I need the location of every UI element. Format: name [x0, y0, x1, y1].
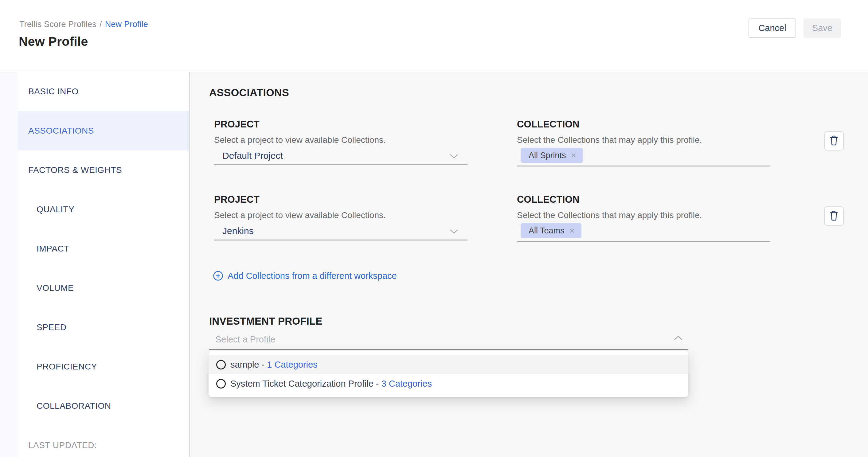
delete-row-button[interactable] [824, 206, 844, 226]
collection-chip-label: All Sprints [529, 151, 566, 160]
sidebar-item-factors-weights[interactable]: FACTORS & WEIGHTS [18, 151, 189, 190]
chip-remove-icon[interactable]: × [571, 151, 577, 160]
project-label: PROJECT [214, 194, 259, 205]
collection-select-underline [517, 165, 770, 166]
profile-options-dropdown: sample - 1 Categories System Ticket Cate… [209, 351, 688, 397]
chevron-up-icon[interactable] [674, 335, 683, 342]
collection-select-underline [517, 241, 770, 242]
profile-option-categories-link[interactable]: 3 Categories [381, 379, 432, 389]
project-select[interactable]: Jenkins [222, 226, 254, 236]
page-header: Trellis Score Profiles/New Profile New P… [0, 0, 868, 71]
breadcrumb-root[interactable]: Trellis Score Profiles [19, 20, 96, 29]
profile-option-categories-link[interactable]: 1 Categories [267, 360, 317, 370]
chip-remove-icon[interactable]: × [569, 226, 575, 235]
sidebar-item-associations[interactable]: ASSOCIATIONS [18, 111, 189, 151]
chevron-down-icon[interactable] [450, 154, 459, 160]
collection-description: Select the Collections that may apply th… [517, 210, 702, 220]
project-description: Select a project to view available Colle… [214, 135, 386, 145]
project-description: Select a project to view available Colle… [214, 210, 386, 220]
breadcrumb: Trellis Score Profiles/New Profile [19, 20, 148, 29]
plus-circle-icon [213, 271, 223, 281]
sidebar-item-basic-info[interactable]: BASIC INFO [18, 72, 189, 111]
profile-option-sample[interactable]: sample - 1 Categories [209, 355, 688, 374]
delete-row-button[interactable] [824, 131, 844, 151]
sidebar-item-collaboration[interactable]: COLLABORATION [18, 386, 189, 426]
collection-description: Select the Collections that may apply th… [517, 135, 702, 145]
sidebar-nav: BASIC INFO ASSOCIATIONS FACTORS & WEIGHT… [18, 72, 189, 457]
breadcrumb-current[interactable]: New Profile [105, 20, 148, 29]
sidebar-item-volume[interactable]: VOLUME [18, 268, 189, 308]
save-button[interactable]: Save [804, 19, 841, 38]
page-title: New Profile [19, 34, 88, 49]
project-select-underline [214, 164, 467, 165]
collection-chip: All Teams × [521, 223, 582, 238]
profile-option-system-ticket[interactable]: System Ticket Categorization Profile - 3… [209, 374, 688, 393]
trash-icon [828, 210, 839, 223]
project-label: PROJECT [214, 119, 259, 130]
profile-option-name: sample - [230, 360, 265, 370]
chevron-down-icon[interactable] [450, 229, 459, 235]
section-heading: ASSOCIATIONS [209, 87, 289, 99]
cancel-button[interactable]: Cancel [748, 19, 796, 38]
sidebar-item-impact[interactable]: IMPACT [18, 229, 189, 268]
collection-label: COLLECTION [517, 194, 580, 205]
associations-panel: ASSOCIATIONS PROJECT Select a project to… [189, 72, 868, 457]
collection-label: COLLECTION [517, 119, 580, 130]
investment-select-underline [209, 349, 688, 350]
profile-option-name: System Ticket Categorization Profile - [230, 379, 379, 389]
collection-chip: All Sprints × [521, 148, 583, 163]
add-collections-label: Add Collections from a different workspa… [227, 271, 397, 281]
sidebar-item-proficiency[interactable]: PROFICIENCY [18, 347, 189, 386]
investment-profile-heading: INVESTMENT PROFILE [209, 315, 322, 327]
radio-icon[interactable] [216, 379, 226, 389]
project-select[interactable]: Default Project [222, 151, 283, 161]
sidebar-item-last-updated: LAST UPDATED: [18, 426, 189, 457]
left-gutter [0, 72, 18, 457]
add-collections-link[interactable]: Add Collections from a different workspa… [213, 271, 397, 281]
sidebar-item-speed[interactable]: SPEED [18, 308, 189, 347]
sidebar-item-quality[interactable]: QUALITY [18, 190, 189, 229]
radio-icon[interactable] [216, 360, 226, 369]
investment-profile-select[interactable]: Select a Profile [215, 334, 275, 344]
breadcrumb-separator: / [99, 20, 102, 29]
project-select-underline [214, 240, 467, 241]
collection-chip-label: All Teams [529, 226, 564, 236]
trash-icon [828, 134, 839, 148]
